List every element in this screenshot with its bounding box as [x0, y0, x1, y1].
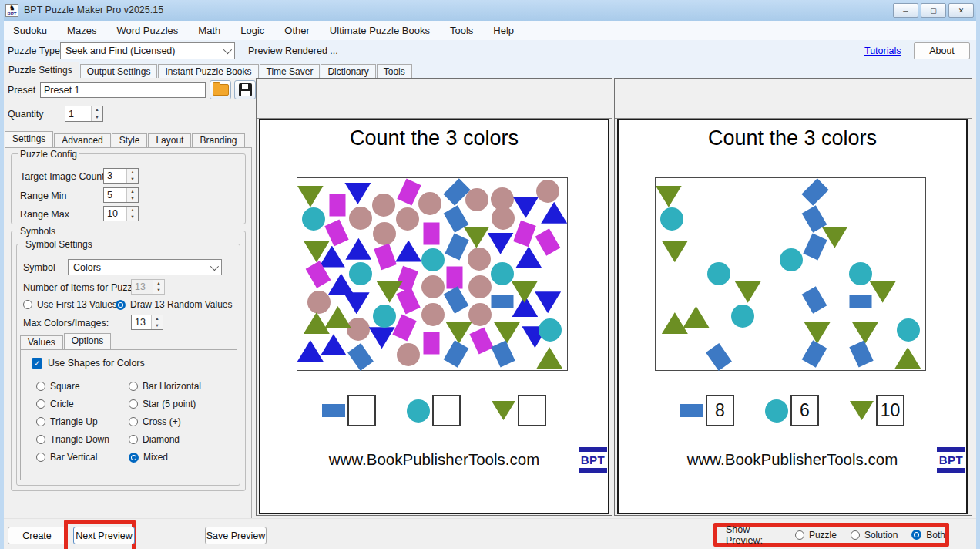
tab-output-settings[interactable]: Output Settings	[80, 64, 158, 78]
tab-dictionary[interactable]: Dictionary	[321, 64, 375, 78]
shape-rect-steelblue	[801, 178, 828, 205]
menu-item-mazes[interactable]: Mazes	[57, 21, 106, 40]
tab-options[interactable]: Options	[64, 333, 111, 349]
spin-down-icon[interactable]: ▼	[152, 322, 163, 329]
radio-use-first-values[interactable]: Use First 13 Values	[23, 299, 117, 310]
tab-style[interactable]: Style	[112, 133, 148, 147]
shape-bar-steelblue	[850, 295, 872, 308]
spin-up-icon[interactable]: ▲	[127, 207, 138, 214]
radio-both[interactable]: Both	[911, 530, 945, 541]
shape-circle-teal	[421, 248, 445, 271]
tab-layout[interactable]: Layout	[148, 133, 191, 147]
menu-item-math[interactable]: Math	[188, 21, 230, 40]
answer-shape-bar	[322, 404, 345, 417]
spin-down-icon[interactable]: ▼	[127, 195, 138, 202]
shape-circle-rosybrown	[468, 275, 492, 298]
shape-rect-magenta	[446, 267, 462, 289]
save-preview-button[interactable]: Save Preview	[205, 527, 267, 544]
target-image-count-stepper[interactable]: 3 ▲▼	[103, 168, 139, 184]
window-border-right	[976, 0, 980, 549]
items-count-label: Number of Items for Puzzle:	[23, 282, 143, 293]
radio-icon	[36, 382, 45, 391]
quantity-stepper[interactable]: 1 ▲▼	[65, 106, 103, 122]
use-shapes-checkbox[interactable]: ✓ Use Shapes for Colors	[32, 358, 145, 369]
max-colors-stepper[interactable]: 13 ▲▼	[131, 315, 163, 330]
tab-time-saver[interactable]: Time Saver	[260, 64, 321, 78]
puzzle-type-combobox[interactable]: Seek and Find (Licensed)	[60, 42, 235, 59]
radio-puzzle[interactable]: Puzzle	[795, 530, 837, 541]
answer-box	[347, 395, 376, 426]
bottom-bar: Create Next Preview Save Preview Show Pr…	[0, 518, 980, 549]
shape-circle-teal	[731, 305, 754, 328]
shape-rect-steelblue	[445, 233, 468, 260]
tab-tools[interactable]: Tools	[377, 64, 412, 78]
radio-draw-random-values[interactable]: Draw 13 Random Values	[116, 299, 233, 310]
radio-triangle-down[interactable]: Triangle Down	[36, 434, 109, 445]
answer-group-teal: 6	[765, 395, 819, 426]
shape-triangle-up-olive	[662, 312, 688, 334]
bpt-logo: BPT	[579, 447, 607, 473]
spin-up-icon[interactable]: ▲	[127, 188, 138, 195]
shape-triangle-up-olive	[683, 306, 710, 328]
save-preset-button[interactable]	[234, 80, 256, 99]
shape-triangle-down-olive	[804, 322, 831, 344]
radio-diamond[interactable]: Diamond	[129, 434, 180, 445]
radio-solution[interactable]: Solution	[851, 530, 898, 541]
shape-circle-rosybrown	[421, 275, 445, 298]
radio-square[interactable]: Square	[36, 381, 80, 392]
shape-triangle-down-olive	[852, 322, 878, 344]
menu-item-word-puzzles[interactable]: Word Puzzles	[106, 21, 188, 40]
maximize-button[interactable]: ▢	[921, 3, 946, 18]
menu-item-logic[interactable]: Logic	[230, 21, 274, 40]
next-preview-button[interactable]: Next Preview	[73, 527, 135, 544]
radio-bar-horizontal[interactable]: Bar Horizontal	[129, 381, 201, 392]
tab-puzzle-settings[interactable]: Puzzle Settings	[2, 62, 79, 78]
radio-cross[interactable]: Cross (+)	[129, 416, 181, 427]
menu-item-help[interactable]: Help	[483, 21, 524, 40]
spin-down-icon[interactable]: ▼	[127, 214, 138, 221]
shape-circle-teal	[707, 262, 730, 285]
spin-down-icon[interactable]: ▼	[127, 176, 138, 183]
menu-item-ultimate-puzzle-books[interactable]: Ultimate Puzzle Books	[320, 21, 440, 40]
radio-icon	[116, 300, 126, 310]
range-min-stepper[interactable]: 5 ▲▼	[103, 187, 139, 203]
range-max-stepper[interactable]: 10 ▲▼	[103, 206, 139, 221]
max-colors-label: Max Colors/Images:	[23, 318, 109, 328]
shape-circle-rosybrown	[468, 248, 491, 271]
shape-rect-magenta	[514, 220, 537, 246]
shape-rect-magenta	[469, 328, 493, 355]
minimize-button[interactable]: ─	[893, 3, 918, 18]
menu-item-tools[interactable]: Tools	[440, 21, 483, 40]
radio-bar-vertical[interactable]: Bar Vertical	[36, 452, 97, 463]
answer-shape-circle	[407, 399, 430, 423]
puzzle-type-bar: Puzzle Type Seek and Find (Licensed) Pre…	[0, 40, 980, 62]
spin-up-icon[interactable]: ▲	[127, 169, 138, 176]
radio-star-5-point[interactable]: Star (5 point)	[129, 399, 196, 409]
tab-values[interactable]: Values	[20, 335, 63, 349]
save-icon	[239, 83, 252, 96]
open-preset-button[interactable]	[210, 80, 231, 99]
tutorials-link[interactable]: Tutorials	[864, 45, 901, 56]
tab-advanced[interactable]: Advanced	[54, 133, 110, 147]
radio-icon	[851, 530, 860, 540]
menu-item-other[interactable]: Other	[274, 21, 320, 40]
radio-mixed[interactable]: Mixed	[129, 452, 168, 463]
shape-bar-steelblue	[492, 295, 514, 308]
menu-item-sudoku[interactable]: Sudoku	[3, 21, 57, 40]
symbol-combobox[interactable]: Colors	[68, 259, 222, 275]
spin-up-icon[interactable]: ▲	[92, 106, 102, 114]
tab-instant-puzzle-books[interactable]: Instant Puzzle Books	[158, 64, 258, 78]
radio-cricle[interactable]: Cricle	[36, 399, 74, 409]
radio-icon	[129, 382, 138, 391]
about-button[interactable]: About	[914, 42, 970, 59]
create-button[interactable]: Create	[8, 527, 66, 544]
answer-shape-tri-down	[850, 401, 874, 420]
tab-branding[interactable]: Branding	[192, 133, 244, 147]
tab-settings[interactable]: Settings	[5, 131, 53, 147]
radio-triangle-up[interactable]: Triangle Up	[36, 416, 98, 427]
close-button[interactable]: ✕	[948, 3, 974, 18]
preset-input[interactable]: Preset 1	[40, 82, 206, 98]
preview-status-text: Preview Rendered ...	[248, 45, 338, 56]
spin-up-icon[interactable]: ▲	[152, 315, 163, 322]
spin-down-icon[interactable]: ▼	[92, 114, 102, 122]
